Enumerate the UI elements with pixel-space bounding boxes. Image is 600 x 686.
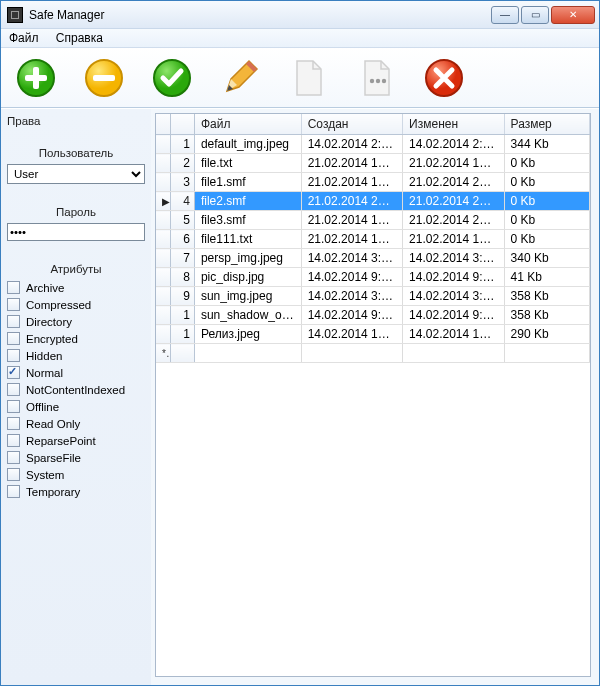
apply-button[interactable] — [149, 55, 195, 101]
row-number — [171, 344, 194, 363]
table-row[interactable]: 7persp_img.jpeg14.02.2014 3:10:…14.02.20… — [156, 249, 590, 268]
attribute-label: Read Only — [26, 418, 80, 430]
edit-button[interactable] — [217, 55, 263, 101]
cell-created: 14.02.2014 12:5… — [301, 325, 402, 344]
checkbox-icon[interactable] — [7, 281, 20, 294]
attribute-row[interactable]: Temporary — [7, 485, 145, 498]
row-number-header — [171, 114, 194, 135]
row-indicator — [156, 211, 171, 230]
cell-size: 0 Kb — [504, 154, 589, 173]
table-row[interactable]: 8pic_disp.jpg14.02.2014 9:30:…14.02.2014… — [156, 268, 590, 287]
cell-created: 21.02.2014 17:5… — [301, 211, 402, 230]
table-row[interactable]: 3file1.smf21.02.2014 17:2…21.02.2014 21:… — [156, 173, 590, 192]
table-row[interactable]: 1sun_shadow_on…14.02.2014 9:43:…14.02.20… — [156, 306, 590, 325]
add-button[interactable] — [13, 55, 59, 101]
checkbox-icon[interactable] — [7, 468, 20, 481]
attribute-row[interactable]: Directory — [7, 315, 145, 328]
cell-size: 344 Kb — [504, 135, 589, 154]
row-number: 3 — [171, 173, 194, 192]
cell-created: 21.02.2014 17:2… — [301, 154, 402, 173]
new-row-indicator: * — [156, 344, 171, 363]
password-input[interactable] — [7, 223, 145, 241]
attribute-row[interactable]: NotContentIndexed — [7, 383, 145, 396]
table-row[interactable]: ▶4file2.smf21.02.2014 22:5…21.02.2014 22… — [156, 192, 590, 211]
table-row[interactable]: 1default_img.jpeg14.02.2014 2:54:…14.02.… — [156, 135, 590, 154]
attribute-label: Temporary — [26, 486, 80, 498]
checkbox-icon[interactable] — [7, 298, 20, 311]
remove-button[interactable] — [81, 55, 127, 101]
col-header-created[interactable]: Создан — [301, 114, 402, 135]
window-title: Safe Manager — [29, 8, 491, 22]
cell-modified: 14.02.2014 9:43:… — [403, 306, 504, 325]
attribute-label: ReparsePoint — [26, 435, 96, 447]
plus-circle-icon — [15, 57, 57, 99]
attribute-row[interactable]: Archive — [7, 281, 145, 294]
table-row[interactable]: 6file111.txt21.02.2014 17:2…21.02.2014 1… — [156, 230, 590, 249]
user-select[interactable]: User — [7, 164, 145, 184]
cell-modified: 21.02.2014 21:4… — [403, 173, 504, 192]
file-grid[interactable]: Файл Создан Изменен Размер 1default_img.… — [155, 113, 591, 677]
menubar: Файл Справка — [1, 29, 599, 48]
attribute-row[interactable]: Compressed — [7, 298, 145, 311]
close-button[interactable]: ✕ — [551, 6, 595, 24]
checkbox-icon[interactable] — [7, 349, 20, 362]
cancel-button[interactable] — [421, 55, 467, 101]
password-label: Пароль — [7, 206, 145, 218]
table-row[interactable]: 5file3.smf21.02.2014 17:5…21.02.2014 23:… — [156, 211, 590, 230]
file-ellipsis-icon — [355, 57, 397, 99]
checkbox-icon[interactable] — [7, 332, 20, 345]
cell-file: file3.smf — [194, 211, 301, 230]
col-header-size[interactable]: Размер — [504, 114, 589, 135]
table-row[interactable]: 9sun_img.jpeg14.02.2014 3:21:…14.02.2014… — [156, 287, 590, 306]
row-number: 2 — [171, 154, 194, 173]
app-window: Safe Manager — ▭ ✕ Файл Справка — [0, 0, 600, 686]
checkbox-icon[interactable] — [7, 485, 20, 498]
cell-modified: 21.02.2014 17:2… — [403, 230, 504, 249]
attribute-row[interactable]: Encrypted — [7, 332, 145, 345]
svg-point-11 — [376, 78, 380, 82]
cell-size: 0 Kb — [504, 173, 589, 192]
attribute-row[interactable]: Offline — [7, 400, 145, 413]
cell-created: 21.02.2014 22:5… — [301, 192, 402, 211]
cell-file: file2.smf — [194, 192, 301, 211]
checkbox-icon[interactable] — [7, 451, 20, 464]
minimize-button[interactable]: — — [491, 6, 519, 24]
attribute-row[interactable]: ReparsePoint — [7, 434, 145, 447]
col-header-file[interactable]: Файл — [194, 114, 301, 135]
menu-file[interactable]: Файл — [9, 31, 39, 45]
titlebar[interactable]: Safe Manager — ▭ ✕ — [1, 1, 599, 29]
attribute-row[interactable]: Normal — [7, 366, 145, 379]
row-number: 8 — [171, 268, 194, 287]
row-indicator — [156, 135, 171, 154]
attribute-row[interactable]: Read Only — [7, 417, 145, 430]
toolbar — [1, 48, 599, 108]
attribute-row[interactable]: Hidden — [7, 349, 145, 362]
attribute-row[interactable]: System — [7, 468, 145, 481]
table-row[interactable]: 1Релиз.jpeg14.02.2014 12:5…14.02.2014 12… — [156, 325, 590, 344]
new-row[interactable]: * — [156, 344, 590, 363]
row-number: 1 — [171, 135, 194, 154]
cell-size: 41 Kb — [504, 268, 589, 287]
row-number: 1 — [171, 306, 194, 325]
sidebar: Права Пользователь User Пароль Атрибуты … — [1, 109, 151, 685]
checkbox-icon[interactable] — [7, 417, 20, 430]
x-circle-icon — [423, 57, 465, 99]
attribute-row[interactable]: SparseFile — [7, 451, 145, 464]
checkbox-icon[interactable] — [7, 434, 20, 447]
table-row[interactable]: 2file.txt21.02.2014 17:2…21.02.2014 17:2… — [156, 154, 590, 173]
cell-modified: 14.02.2014 12:5… — [403, 325, 504, 344]
checkbox-icon[interactable] — [7, 366, 20, 379]
menu-help[interactable]: Справка — [56, 31, 103, 45]
cell-size: 290 Kb — [504, 325, 589, 344]
more-file-button[interactable] — [353, 55, 399, 101]
maximize-button[interactable]: ▭ — [521, 6, 549, 24]
row-indicator — [156, 306, 171, 325]
cell-created: 14.02.2014 3:21:… — [301, 287, 402, 306]
new-file-button[interactable] — [285, 55, 331, 101]
checkbox-icon[interactable] — [7, 315, 20, 328]
row-number: 6 — [171, 230, 194, 249]
col-header-modified[interactable]: Изменен — [403, 114, 504, 135]
checkbox-icon[interactable] — [7, 383, 20, 396]
checkbox-icon[interactable] — [7, 400, 20, 413]
svg-point-10 — [370, 78, 374, 82]
